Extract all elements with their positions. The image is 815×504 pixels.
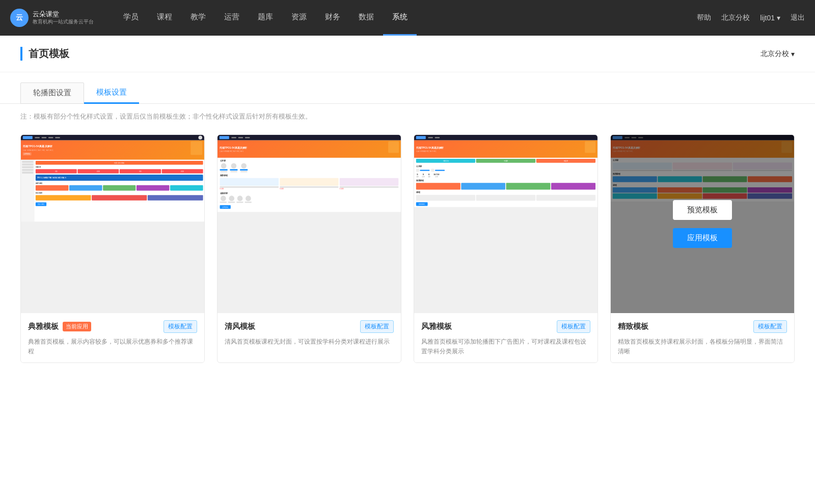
logo-title: 云朵课堂 [33, 10, 94, 18]
user-dropdown[interactable]: lijt01 ▾ [760, 14, 780, 22]
template-name-row-qingfeng: 清风模板 模板配置 [225, 320, 394, 333]
template-overlay-jingzhi: 预览模板 应用模板 [611, 135, 794, 313]
template-card-diya: 托福TPO1-54真题及解析 心血·口语读题·词汇·练习·词汇·练习·词汇 立即… [20, 134, 205, 363]
mockup-diya: 托福TPO1-54真题及解析 心血·口语读题·词汇·练习·词汇·练习·词汇 立即… [21, 135, 204, 203]
template-desc-fengya: 风雅首页模板可添加轮播图下广告图片，可对课程及课程包设置学科分类展示 [421, 337, 590, 356]
template-name-diya: 典雅模板 [28, 322, 59, 331]
tabs: 轮播图设置 模板设置 [20, 82, 795, 103]
logo-text-block: 云朵课堂 教育机构一站式服务云平台 [33, 10, 94, 25]
template-name-jingzhi: 精致模板 [618, 322, 648, 331]
template-info-jingzhi: 精致模板 模板配置 精致首页模板支持课程展示封面，各模板分隔明显，界面简洁清晰 [611, 313, 794, 362]
template-card-jingzhi: 托福TPO1-54真题及解析 心血·口语读题·词汇·练习·词汇 公开课 [610, 134, 795, 363]
branch-name: 北京分校 [760, 49, 789, 59]
template-preview-jingzhi[interactable]: 托福TPO1-54真题及解析 心血·口语读题·词汇·练习·词汇 公开课 [611, 135, 794, 313]
preview-template-button[interactable]: 预览模板 [673, 200, 732, 220]
template-name-fengya: 风雅模板 [421, 322, 452, 331]
page-header: 首页模板 北京分校 ▾ [0, 36, 815, 72]
username: lijt01 [760, 14, 775, 22]
branch-link[interactable]: 北京分校 [721, 13, 750, 22]
nav-students[interactable]: 学员 [114, 0, 148, 36]
template-desc-qingfeng: 清风首页模板课程无封面，可设置按学科分类对课程进行展示 [225, 337, 394, 347]
nav-teaching[interactable]: 教学 [181, 0, 215, 36]
logo-icon: 云 [10, 9, 29, 27]
nav-operations[interactable]: 运营 [215, 0, 249, 36]
templates-grid: 托福TPO1-54真题及解析 心血·口语读题·词汇·练习·词汇·练习·词汇 立即… [0, 129, 815, 383]
logout-link[interactable]: 退出 [791, 13, 805, 22]
nav-courses[interactable]: 课程 [148, 0, 181, 36]
mockup-qingfeng: 托福TPO1-54真题及解析 心血·口语读题·词汇·练习·词汇·练习 公开课 [218, 135, 401, 203]
badge-current-diya: 当前应用 [63, 322, 91, 331]
template-preview-diya[interactable]: 托福TPO1-54真题及解析 心血·口语读题·词汇·练习·词汇·练习·词汇 立即… [21, 135, 204, 313]
logo-subtitle: 教育机构一站式服务云平台 [33, 18, 94, 25]
tab-template[interactable]: 模板设置 [84, 82, 139, 104]
main-nav: 学员 课程 教学 运营 题库 资源 财务 数据 系统 [114, 0, 697, 36]
template-name-row-jingzhi: 精致模板 模板配置 [618, 320, 787, 333]
template-name-qingfeng: 清风模板 [225, 322, 255, 331]
note-bar: 注：模板有部分个性化样式设置，设置后仅当前模板生效；非个性化样式设置后针对所有模… [0, 104, 815, 129]
branch-dropdown-icon: ▾ [791, 50, 795, 58]
page-title: 首页模板 [20, 47, 69, 61]
nav-question-bank[interactable]: 题库 [249, 0, 282, 36]
nav-system[interactable]: 系统 [383, 0, 417, 36]
badge-config-diya[interactable]: 模板配置 [164, 320, 197, 333]
nav-resources[interactable]: 资源 [282, 0, 316, 36]
template-card-qingfeng: 托福TPO1-54真题及解析 心血·口语读题·词汇·练习·词汇·练习 公开课 [217, 134, 401, 363]
branch-selector[interactable]: 北京分校 ▾ [760, 49, 795, 59]
template-desc-diya: 典雅首页模板，展示内容较多，可以展示优惠券和多个推荐课程 [28, 337, 197, 356]
navbar: 云 云朵课堂 教育机构一站式服务云平台 学员 课程 教学 运营 题库 资源 财务… [0, 0, 815, 36]
template-info-diya: 典雅模板 当前应用 模板配置 典雅首页模板，展示内容较多，可以展示优惠券和多个推… [21, 313, 204, 362]
page-container: 首页模板 北京分校 ▾ 轮播图设置 模板设置 注：模板有部分个性化样式设置，设置… [0, 36, 815, 504]
apply-template-button[interactable]: 应用模板 [673, 228, 732, 248]
navbar-right: 帮助 北京分校 lijt01 ▾ 退出 [697, 13, 805, 22]
note-text: 注：模板有部分个性化样式设置，设置后仅当前模板生效；非个性化样式设置后针对所有模… [20, 113, 312, 120]
mockup-fengya: 托福TPO1-54真题及解析 心血·口语读题·词汇·练习·词汇 优惠活动 专题课 [414, 135, 597, 203]
tab-carousel[interactable]: 轮播图设置 [20, 82, 84, 104]
badge-config-qingfeng[interactable]: 模板配置 [360, 320, 394, 333]
tabs-container: 轮播图设置 模板设置 [0, 72, 815, 104]
template-desc-jingzhi: 精致首页模板支持课程展示封面，各模板分隔明显，界面简洁清晰 [618, 337, 787, 356]
help-link[interactable]: 帮助 [697, 13, 711, 22]
template-preview-fengya[interactable]: 托福TPO1-54真题及解析 心血·口语读题·词汇·练习·词汇 优惠活动 专题课 [414, 135, 597, 313]
badge-config-jingzhi[interactable]: 模板配置 [753, 320, 787, 333]
template-info-qingfeng: 清风模板 模板配置 清风首页模板课程无封面，可设置按学科分类对课程进行展示 [218, 313, 401, 353]
template-preview-qingfeng[interactable]: 托福TPO1-54真题及解析 心血·口语读题·词汇·练习·词汇·练习 公开课 [218, 135, 401, 313]
template-info-fengya: 风雅模板 模板配置 风雅首页模板可添加轮播图下广告图片，可对课程及课程包设置学科… [414, 313, 597, 362]
template-name-row-diya: 典雅模板 当前应用 模板配置 [28, 320, 197, 333]
template-card-fengya: 托福TPO1-54真题及解析 心血·口语读题·词汇·练习·词汇 优惠活动 专题课 [414, 134, 598, 363]
template-name-row-fengya: 风雅模板 模板配置 [421, 320, 590, 333]
nav-finance[interactable]: 财务 [316, 0, 349, 36]
badge-config-fengya[interactable]: 模板配置 [557, 320, 590, 333]
nav-data[interactable]: 数据 [349, 0, 383, 36]
dropdown-arrow-icon: ▾ [777, 14, 780, 22]
logo: 云 云朵课堂 教育机构一站式服务云平台 [10, 9, 94, 27]
